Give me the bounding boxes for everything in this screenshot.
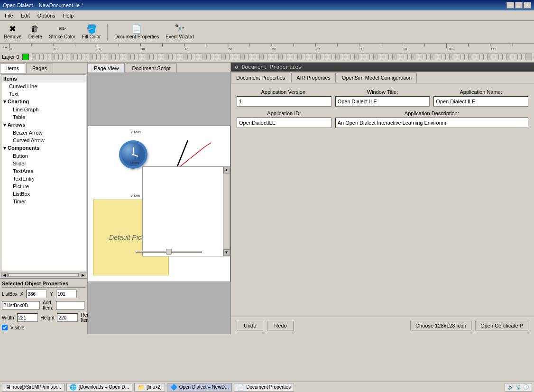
canvas-slider[interactable]: [136, 248, 202, 255]
selected-props-title: Selected Object Properties: [2, 281, 85, 288]
fill-color-icon: 🪣: [86, 25, 97, 33]
listbox-scroll-down[interactable]: ▼: [223, 249, 230, 256]
svg-text:Units: Units: [130, 161, 139, 165]
layer-timeline: [32, 54, 532, 60]
props-row-1: ListBox X Y: [2, 290, 85, 298]
statusbar-item-app2[interactable]: 📄 Document Properties: [234, 383, 294, 392]
open-cert-button[interactable]: Open Certificate P: [475, 321, 528, 330]
canvas-tab-document-script[interactable]: Document Script: [126, 64, 176, 73]
tree-item-curved-arrow[interactable]: Curved Arrow: [1, 137, 86, 144]
close-button[interactable]: ✕: [524, 2, 531, 9]
window-title-input[interactable]: [335, 96, 430, 107]
canvas-listbox[interactable]: ▲ ▼: [142, 166, 230, 256]
layer-bar: Layer 0: [0, 51, 534, 63]
y-input[interactable]: [56, 290, 77, 298]
tree-item-listbox[interactable]: ListBox: [1, 190, 86, 198]
maximize-button[interactable]: □: [515, 2, 523, 9]
statusbar-item-browser[interactable]: 🌐 [Downloads – Open D...: [66, 383, 132, 392]
visible-checkbox[interactable]: [2, 325, 8, 330]
doc-tab-document-properties[interactable]: Document Properties: [231, 73, 290, 83]
doc-props-header-label: Document Properties: [242, 64, 302, 70]
app-id-input[interactable]: [237, 118, 331, 128]
left-panel-tabs: Items Pages: [0, 63, 87, 73]
svg-text:20: 20: [97, 47, 101, 51]
app1-label: Open Dialect – NewD...: [179, 384, 229, 390]
tree-header: Items: [1, 75, 86, 82]
remove-label: Remove: [4, 34, 21, 39]
scroll-right-button[interactable]: ▶: [80, 273, 86, 277]
tree-item-text[interactable]: Text: [1, 90, 86, 98]
canvas-tab-page-view[interactable]: Page View: [88, 64, 125, 73]
menu-options[interactable]: Options: [35, 12, 58, 19]
tree-item-timer[interactable]: Timer: [1, 198, 86, 205]
doc-props-tabs: Document Properties AIR Properties OpenS…: [231, 72, 534, 83]
app-desc-label: Application Description:: [335, 110, 528, 116]
title-bar: Open Dialect – NewDocument.ile * − □ ✕: [0, 0, 534, 10]
layer-label: Layer 0: [2, 54, 19, 60]
choose-icon-button[interactable]: Choose 128x128 Icon: [410, 321, 471, 330]
document-properties-panel: ⚙ Document Properties Document Propertie…: [230, 63, 534, 334]
scroll-left-button[interactable]: ◀: [1, 273, 8, 277]
menu-help[interactable]: Help: [60, 12, 77, 19]
listbox-scroll-up[interactable]: ▲: [223, 167, 230, 173]
fill-color-button[interactable]: 🪣 Fill Color: [80, 24, 102, 40]
width-input[interactable]: [17, 313, 38, 322]
tree-item-slider[interactable]: Slider: [1, 160, 86, 167]
window-controls: − □ ✕: [506, 2, 531, 9]
tree-item-textentry[interactable]: TextEntry: [1, 175, 86, 182]
props-row-visible: Visible: [2, 325, 85, 330]
tree-item-table[interactable]: Table: [1, 113, 86, 121]
undo-button[interactable]: Undo: [237, 321, 263, 330]
svg-text:70: 70: [316, 47, 320, 51]
tree-item-beizer-arrow[interactable]: Beizer Arrow: [1, 129, 86, 137]
scroll-track[interactable]: [9, 273, 79, 277]
svg-text:50: 50: [229, 47, 232, 51]
tab-pages[interactable]: Pages: [26, 64, 53, 73]
slider-track[interactable]: [136, 251, 202, 253]
tree-group-charting[interactable]: ▾ Charting: [1, 98, 86, 106]
document-properties-button[interactable]: 📄 Document Properties: [112, 24, 161, 40]
app-name-input[interactable]: [433, 96, 528, 107]
canvas-frame: Y Max Units Y Min Default Pictur: [88, 126, 230, 282]
tree-item-line-graph[interactable]: Line Graph: [1, 106, 86, 113]
app-version-input[interactable]: [237, 96, 331, 107]
menu-file[interactable]: File: [2, 12, 16, 19]
minimize-button[interactable]: −: [506, 2, 514, 9]
statusbar-item-terminal[interactable]: 🖥 root@SirLMP:/mnt/pr...: [2, 383, 64, 392]
add-item-input[interactable]: [56, 301, 84, 310]
terminal-icon: 🖥: [5, 384, 11, 391]
delete-icon: 🗑: [31, 25, 39, 33]
tree-item-button[interactable]: Button: [1, 152, 86, 160]
tree-scrollbar: ◀ ▶: [0, 272, 87, 278]
remove-button[interactable]: ✖ Remove: [2, 24, 23, 40]
app2-label: Document Properties: [246, 384, 291, 390]
tree-item-textarea[interactable]: TextArea: [1, 167, 86, 175]
menu-edit[interactable]: Edit: [18, 12, 33, 19]
component-name-input[interactable]: [2, 301, 40, 310]
event-wizard-button[interactable]: 🔭 Event Wizard: [164, 24, 195, 40]
statusbar-item-files[interactable]: 📁 [linux2]: [134, 383, 165, 392]
canvas-content[interactable]: Y Max Units Y Min Default Pictur: [88, 73, 230, 334]
doc-tab-air-properties[interactable]: AIR Properties: [291, 73, 336, 83]
app-name-label: Application Name:: [433, 89, 528, 95]
stroke-color-button[interactable]: ✏ Stroke Color: [47, 24, 77, 40]
window-title-group: Window Title:: [335, 89, 430, 107]
fill-color-label: Fill Color: [82, 34, 101, 39]
app2-icon: 📄: [237, 384, 244, 391]
tree-group-components[interactable]: ▾ Components: [1, 144, 86, 152]
svg-text:110: 110: [491, 47, 497, 51]
ruler-main: // Draw ticks inline via JS after body l…: [9, 44, 534, 51]
doc-tab-opensim[interactable]: OpenSim Model Configuration: [337, 73, 417, 83]
app-desc-input[interactable]: [335, 118, 528, 128]
redo-button[interactable]: Redo: [267, 321, 294, 330]
delete-button[interactable]: 🗑 Delete: [26, 24, 44, 40]
height-input[interactable]: [57, 313, 78, 322]
tree-item-curved-line[interactable]: Curved Line: [1, 82, 86, 90]
tree-group-arrows[interactable]: ▾ Arrows: [1, 121, 86, 129]
slider-thumb[interactable]: [166, 249, 172, 255]
left-panel: Items Pages Items Curved Line Text ▾ Cha…: [0, 63, 88, 334]
x-input[interactable]: [26, 290, 47, 298]
tab-items[interactable]: Items: [0, 64, 25, 73]
statusbar-item-app1[interactable]: 🔷 Open Dialect – NewD...: [167, 383, 232, 392]
tree-item-picture[interactable]: Picture: [1, 182, 86, 190]
